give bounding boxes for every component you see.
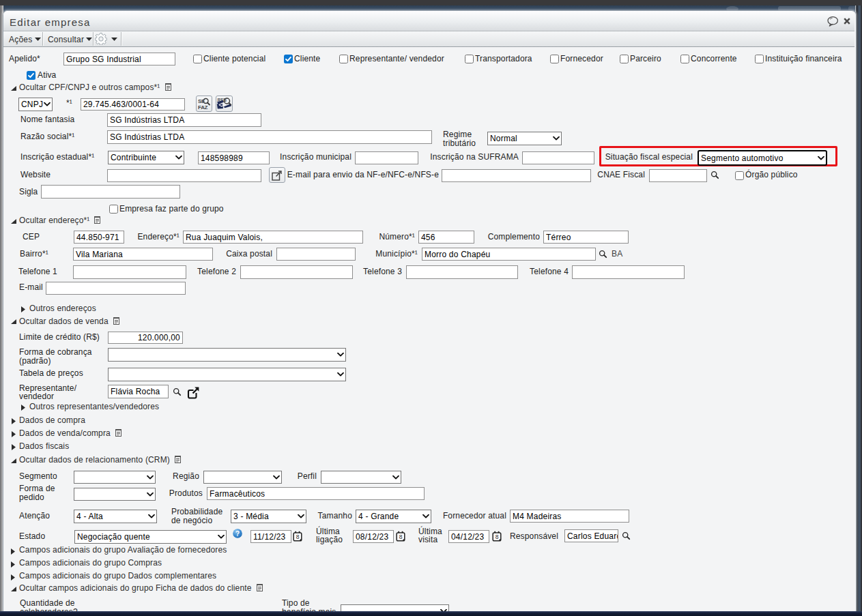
svg-text:8: 8 (296, 533, 300, 540)
svg-text:FAZ: FAZ (198, 104, 208, 111)
svg-text:?: ? (235, 530, 240, 538)
svg-text:8: 8 (495, 533, 499, 540)
svg-text:8: 8 (399, 533, 403, 540)
